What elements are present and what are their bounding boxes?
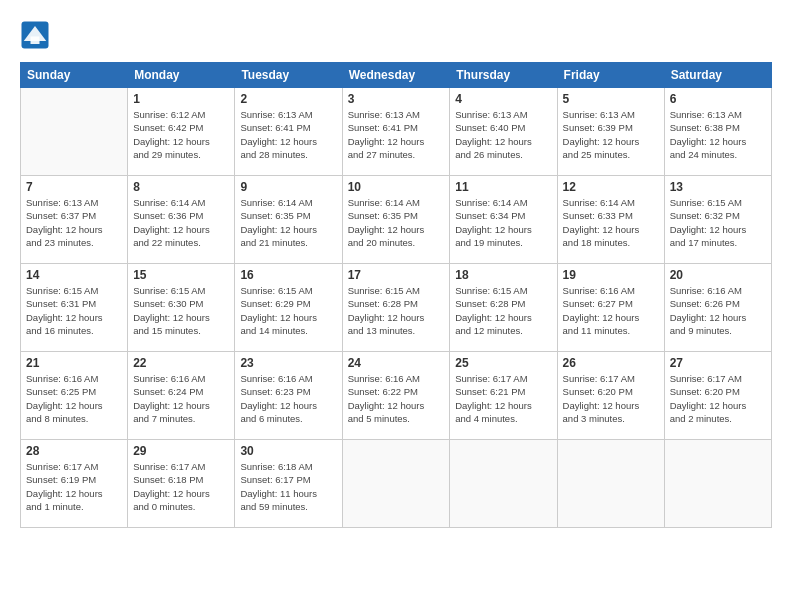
page: SundayMondayTuesdayWednesdayThursdayFrid… — [0, 0, 792, 612]
day-header-wednesday: Wednesday — [342, 63, 450, 88]
day-header-monday: Monday — [128, 63, 235, 88]
calendar-cell — [21, 88, 128, 176]
calendar-cell: 18Sunrise: 6:15 AMSunset: 6:28 PMDayligh… — [450, 264, 557, 352]
calendar-cell: 3Sunrise: 6:13 AMSunset: 6:41 PMDaylight… — [342, 88, 450, 176]
day-number: 7 — [26, 180, 122, 194]
calendar-cell: 9Sunrise: 6:14 AMSunset: 6:35 PMDaylight… — [235, 176, 342, 264]
day-number: 25 — [455, 356, 551, 370]
day-info: Sunrise: 6:17 AMSunset: 6:21 PMDaylight:… — [455, 372, 551, 425]
logo-icon — [20, 20, 50, 50]
calendar-cell: 10Sunrise: 6:14 AMSunset: 6:35 PMDayligh… — [342, 176, 450, 264]
day-number: 19 — [563, 268, 659, 282]
day-info: Sunrise: 6:15 AMSunset: 6:31 PMDaylight:… — [26, 284, 122, 337]
calendar-cell: 4Sunrise: 6:13 AMSunset: 6:40 PMDaylight… — [450, 88, 557, 176]
day-info: Sunrise: 6:13 AMSunset: 6:39 PMDaylight:… — [563, 108, 659, 161]
day-info: Sunrise: 6:16 AMSunset: 6:24 PMDaylight:… — [133, 372, 229, 425]
calendar-cell — [557, 440, 664, 528]
day-info: Sunrise: 6:17 AMSunset: 6:19 PMDaylight:… — [26, 460, 122, 513]
week-row-3: 14Sunrise: 6:15 AMSunset: 6:31 PMDayligh… — [21, 264, 772, 352]
day-number: 10 — [348, 180, 445, 194]
day-number: 26 — [563, 356, 659, 370]
day-info: Sunrise: 6:13 AMSunset: 6:37 PMDaylight:… — [26, 196, 122, 249]
day-header-friday: Friday — [557, 63, 664, 88]
day-number: 12 — [563, 180, 659, 194]
calendar-cell: 29Sunrise: 6:17 AMSunset: 6:18 PMDayligh… — [128, 440, 235, 528]
day-info: Sunrise: 6:14 AMSunset: 6:34 PMDaylight:… — [455, 196, 551, 249]
day-info: Sunrise: 6:17 AMSunset: 6:18 PMDaylight:… — [133, 460, 229, 513]
calendar-cell: 1Sunrise: 6:12 AMSunset: 6:42 PMDaylight… — [128, 88, 235, 176]
calendar-cell: 8Sunrise: 6:14 AMSunset: 6:36 PMDaylight… — [128, 176, 235, 264]
day-number: 27 — [670, 356, 766, 370]
day-number: 21 — [26, 356, 122, 370]
day-info: Sunrise: 6:15 AMSunset: 6:29 PMDaylight:… — [240, 284, 336, 337]
day-info: Sunrise: 6:13 AMSunset: 6:40 PMDaylight:… — [455, 108, 551, 161]
day-info: Sunrise: 6:16 AMSunset: 6:22 PMDaylight:… — [348, 372, 445, 425]
day-number: 9 — [240, 180, 336, 194]
calendar-header-row: SundayMondayTuesdayWednesdayThursdayFrid… — [21, 63, 772, 88]
calendar-cell: 30Sunrise: 6:18 AMSunset: 6:17 PMDayligh… — [235, 440, 342, 528]
day-number: 18 — [455, 268, 551, 282]
day-number: 2 — [240, 92, 336, 106]
week-row-5: 28Sunrise: 6:17 AMSunset: 6:19 PMDayligh… — [21, 440, 772, 528]
day-number: 16 — [240, 268, 336, 282]
calendar: SundayMondayTuesdayWednesdayThursdayFrid… — [20, 62, 772, 528]
day-info: Sunrise: 6:17 AMSunset: 6:20 PMDaylight:… — [563, 372, 659, 425]
day-info: Sunrise: 6:13 AMSunset: 6:41 PMDaylight:… — [348, 108, 445, 161]
day-info: Sunrise: 6:15 AMSunset: 6:28 PMDaylight:… — [348, 284, 445, 337]
calendar-cell — [664, 440, 771, 528]
calendar-cell: 6Sunrise: 6:13 AMSunset: 6:38 PMDaylight… — [664, 88, 771, 176]
day-number: 28 — [26, 444, 122, 458]
week-row-2: 7Sunrise: 6:13 AMSunset: 6:37 PMDaylight… — [21, 176, 772, 264]
day-info: Sunrise: 6:14 AMSunset: 6:35 PMDaylight:… — [348, 196, 445, 249]
day-info: Sunrise: 6:14 AMSunset: 6:33 PMDaylight:… — [563, 196, 659, 249]
calendar-cell: 23Sunrise: 6:16 AMSunset: 6:23 PMDayligh… — [235, 352, 342, 440]
calendar-cell: 2Sunrise: 6:13 AMSunset: 6:41 PMDaylight… — [235, 88, 342, 176]
day-header-sunday: Sunday — [21, 63, 128, 88]
calendar-cell: 16Sunrise: 6:15 AMSunset: 6:29 PMDayligh… — [235, 264, 342, 352]
calendar-cell: 27Sunrise: 6:17 AMSunset: 6:20 PMDayligh… — [664, 352, 771, 440]
day-number: 20 — [670, 268, 766, 282]
calendar-cell — [450, 440, 557, 528]
week-row-1: 1Sunrise: 6:12 AMSunset: 6:42 PMDaylight… — [21, 88, 772, 176]
calendar-cell: 12Sunrise: 6:14 AMSunset: 6:33 PMDayligh… — [557, 176, 664, 264]
day-info: Sunrise: 6:16 AMSunset: 6:26 PMDaylight:… — [670, 284, 766, 337]
calendar-cell: 11Sunrise: 6:14 AMSunset: 6:34 PMDayligh… — [450, 176, 557, 264]
day-info: Sunrise: 6:13 AMSunset: 6:41 PMDaylight:… — [240, 108, 336, 161]
calendar-cell: 24Sunrise: 6:16 AMSunset: 6:22 PMDayligh… — [342, 352, 450, 440]
calendar-cell: 5Sunrise: 6:13 AMSunset: 6:39 PMDaylight… — [557, 88, 664, 176]
day-number: 14 — [26, 268, 122, 282]
calendar-cell: 14Sunrise: 6:15 AMSunset: 6:31 PMDayligh… — [21, 264, 128, 352]
calendar-cell: 13Sunrise: 6:15 AMSunset: 6:32 PMDayligh… — [664, 176, 771, 264]
day-number: 11 — [455, 180, 551, 194]
day-number: 1 — [133, 92, 229, 106]
day-info: Sunrise: 6:15 AMSunset: 6:32 PMDaylight:… — [670, 196, 766, 249]
calendar-cell: 7Sunrise: 6:13 AMSunset: 6:37 PMDaylight… — [21, 176, 128, 264]
calendar-cell: 19Sunrise: 6:16 AMSunset: 6:27 PMDayligh… — [557, 264, 664, 352]
day-info: Sunrise: 6:16 AMSunset: 6:23 PMDaylight:… — [240, 372, 336, 425]
day-number: 3 — [348, 92, 445, 106]
header — [20, 20, 772, 50]
svg-rect-2 — [31, 37, 40, 45]
week-row-4: 21Sunrise: 6:16 AMSunset: 6:25 PMDayligh… — [21, 352, 772, 440]
day-number: 29 — [133, 444, 229, 458]
calendar-cell — [342, 440, 450, 528]
day-info: Sunrise: 6:14 AMSunset: 6:36 PMDaylight:… — [133, 196, 229, 249]
day-number: 4 — [455, 92, 551, 106]
logo — [20, 20, 54, 50]
day-header-tuesday: Tuesday — [235, 63, 342, 88]
day-number: 24 — [348, 356, 445, 370]
day-header-thursday: Thursday — [450, 63, 557, 88]
day-number: 6 — [670, 92, 766, 106]
day-number: 15 — [133, 268, 229, 282]
calendar-cell: 17Sunrise: 6:15 AMSunset: 6:28 PMDayligh… — [342, 264, 450, 352]
day-number: 30 — [240, 444, 336, 458]
day-info: Sunrise: 6:16 AMSunset: 6:25 PMDaylight:… — [26, 372, 122, 425]
calendar-cell: 15Sunrise: 6:15 AMSunset: 6:30 PMDayligh… — [128, 264, 235, 352]
day-number: 8 — [133, 180, 229, 194]
day-info: Sunrise: 6:14 AMSunset: 6:35 PMDaylight:… — [240, 196, 336, 249]
calendar-cell: 26Sunrise: 6:17 AMSunset: 6:20 PMDayligh… — [557, 352, 664, 440]
day-info: Sunrise: 6:15 AMSunset: 6:28 PMDaylight:… — [455, 284, 551, 337]
day-number: 13 — [670, 180, 766, 194]
calendar-cell: 25Sunrise: 6:17 AMSunset: 6:21 PMDayligh… — [450, 352, 557, 440]
calendar-cell: 28Sunrise: 6:17 AMSunset: 6:19 PMDayligh… — [21, 440, 128, 528]
